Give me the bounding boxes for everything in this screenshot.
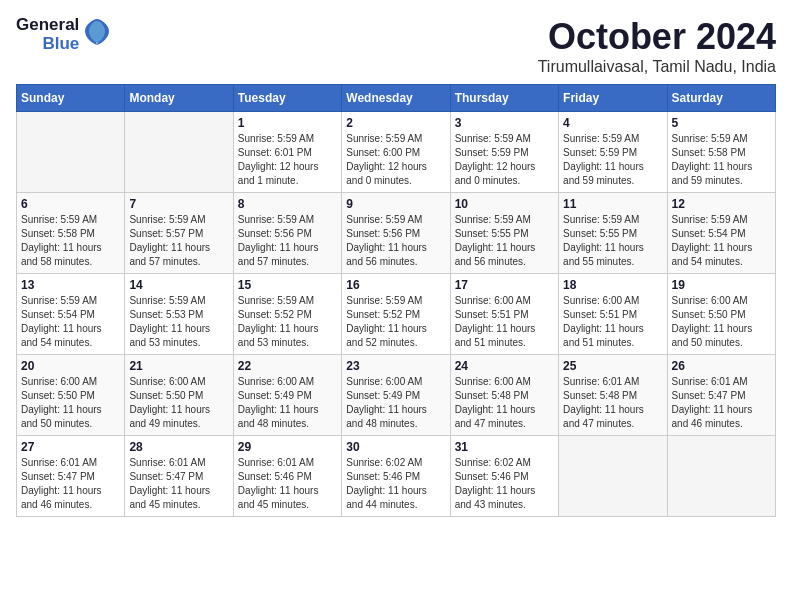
calendar-header-row: SundayMondayTuesdayWednesdayThursdayFrid… [17, 85, 776, 112]
header: General Blue October 2024 Tirumullaivasa… [16, 16, 776, 76]
calendar-week-row: 6Sunrise: 5:59 AM Sunset: 5:58 PM Daylig… [17, 193, 776, 274]
day-number: 29 [238, 440, 337, 454]
calendar-cell: 4Sunrise: 5:59 AM Sunset: 5:59 PM Daylig… [559, 112, 667, 193]
calendar-cell: 16Sunrise: 5:59 AM Sunset: 5:52 PM Dayli… [342, 274, 450, 355]
day-info: Sunrise: 5:59 AM Sunset: 5:58 PM Dayligh… [21, 213, 120, 269]
day-number: 14 [129, 278, 228, 292]
day-info: Sunrise: 5:59 AM Sunset: 6:01 PM Dayligh… [238, 132, 337, 188]
day-number: 7 [129, 197, 228, 211]
calendar-week-row: 27Sunrise: 6:01 AM Sunset: 5:47 PM Dayli… [17, 436, 776, 517]
calendar-cell: 31Sunrise: 6:02 AM Sunset: 5:46 PM Dayli… [450, 436, 558, 517]
day-number: 31 [455, 440, 554, 454]
day-info: Sunrise: 6:02 AM Sunset: 5:46 PM Dayligh… [455, 456, 554, 512]
day-info: Sunrise: 6:00 AM Sunset: 5:51 PM Dayligh… [563, 294, 662, 350]
calendar-cell: 15Sunrise: 5:59 AM Sunset: 5:52 PM Dayli… [233, 274, 341, 355]
calendar-cell: 26Sunrise: 6:01 AM Sunset: 5:47 PM Dayli… [667, 355, 775, 436]
day-info: Sunrise: 6:01 AM Sunset: 5:47 PM Dayligh… [672, 375, 771, 431]
calendar-cell: 17Sunrise: 6:00 AM Sunset: 5:51 PM Dayli… [450, 274, 558, 355]
day-number: 1 [238, 116, 337, 130]
day-info: Sunrise: 6:00 AM Sunset: 5:50 PM Dayligh… [129, 375, 228, 431]
day-info: Sunrise: 6:00 AM Sunset: 5:51 PM Dayligh… [455, 294, 554, 350]
calendar-cell: 7Sunrise: 5:59 AM Sunset: 5:57 PM Daylig… [125, 193, 233, 274]
column-header-friday: Friday [559, 85, 667, 112]
day-number: 4 [563, 116, 662, 130]
column-header-sunday: Sunday [17, 85, 125, 112]
calendar-cell: 11Sunrise: 5:59 AM Sunset: 5:55 PM Dayli… [559, 193, 667, 274]
day-number: 25 [563, 359, 662, 373]
calendar-cell: 10Sunrise: 5:59 AM Sunset: 5:55 PM Dayli… [450, 193, 558, 274]
calendar-cell [125, 112, 233, 193]
day-number: 23 [346, 359, 445, 373]
day-info: Sunrise: 5:59 AM Sunset: 5:58 PM Dayligh… [672, 132, 771, 188]
day-number: 10 [455, 197, 554, 211]
calendar-cell: 1Sunrise: 5:59 AM Sunset: 6:01 PM Daylig… [233, 112, 341, 193]
column-header-tuesday: Tuesday [233, 85, 341, 112]
day-info: Sunrise: 5:59 AM Sunset: 5:53 PM Dayligh… [129, 294, 228, 350]
calendar-week-row: 1Sunrise: 5:59 AM Sunset: 6:01 PM Daylig… [17, 112, 776, 193]
calendar-cell: 25Sunrise: 6:01 AM Sunset: 5:48 PM Dayli… [559, 355, 667, 436]
day-info: Sunrise: 6:00 AM Sunset: 5:50 PM Dayligh… [672, 294, 771, 350]
calendar-week-row: 20Sunrise: 6:00 AM Sunset: 5:50 PM Dayli… [17, 355, 776, 436]
day-number: 3 [455, 116, 554, 130]
day-info: Sunrise: 5:59 AM Sunset: 5:56 PM Dayligh… [238, 213, 337, 269]
logo: General Blue [16, 16, 111, 53]
day-number: 22 [238, 359, 337, 373]
day-info: Sunrise: 6:00 AM Sunset: 5:50 PM Dayligh… [21, 375, 120, 431]
day-number: 28 [129, 440, 228, 454]
calendar-cell [667, 436, 775, 517]
calendar-cell: 18Sunrise: 6:00 AM Sunset: 5:51 PM Dayli… [559, 274, 667, 355]
day-number: 26 [672, 359, 771, 373]
calendar-cell: 21Sunrise: 6:00 AM Sunset: 5:50 PM Dayli… [125, 355, 233, 436]
day-number: 16 [346, 278, 445, 292]
calendar-cell: 12Sunrise: 5:59 AM Sunset: 5:54 PM Dayli… [667, 193, 775, 274]
calendar-cell: 8Sunrise: 5:59 AM Sunset: 5:56 PM Daylig… [233, 193, 341, 274]
day-number: 15 [238, 278, 337, 292]
calendar-cell: 5Sunrise: 5:59 AM Sunset: 5:58 PM Daylig… [667, 112, 775, 193]
column-header-saturday: Saturday [667, 85, 775, 112]
logo-bird-icon [83, 17, 111, 53]
location-subtitle: Tirumullaivasal, Tamil Nadu, India [538, 58, 776, 76]
day-info: Sunrise: 6:01 AM Sunset: 5:46 PM Dayligh… [238, 456, 337, 512]
day-info: Sunrise: 6:00 AM Sunset: 5:48 PM Dayligh… [455, 375, 554, 431]
day-info: Sunrise: 5:59 AM Sunset: 5:52 PM Dayligh… [238, 294, 337, 350]
day-info: Sunrise: 5:59 AM Sunset: 6:00 PM Dayligh… [346, 132, 445, 188]
month-title: October 2024 [538, 16, 776, 58]
calendar-cell: 24Sunrise: 6:00 AM Sunset: 5:48 PM Dayli… [450, 355, 558, 436]
calendar-cell: 22Sunrise: 6:00 AM Sunset: 5:49 PM Dayli… [233, 355, 341, 436]
day-number: 20 [21, 359, 120, 373]
day-info: Sunrise: 5:59 AM Sunset: 5:54 PM Dayligh… [21, 294, 120, 350]
day-number: 17 [455, 278, 554, 292]
column-header-monday: Monday [125, 85, 233, 112]
day-number: 5 [672, 116, 771, 130]
day-number: 6 [21, 197, 120, 211]
calendar-cell: 3Sunrise: 5:59 AM Sunset: 5:59 PM Daylig… [450, 112, 558, 193]
day-number: 9 [346, 197, 445, 211]
column-header-thursday: Thursday [450, 85, 558, 112]
day-info: Sunrise: 5:59 AM Sunset: 5:55 PM Dayligh… [563, 213, 662, 269]
day-number: 11 [563, 197, 662, 211]
day-info: Sunrise: 6:00 AM Sunset: 5:49 PM Dayligh… [238, 375, 337, 431]
calendar-body: 1Sunrise: 5:59 AM Sunset: 6:01 PM Daylig… [17, 112, 776, 517]
calendar-cell: 27Sunrise: 6:01 AM Sunset: 5:47 PM Dayli… [17, 436, 125, 517]
calendar-cell: 13Sunrise: 5:59 AM Sunset: 5:54 PM Dayli… [17, 274, 125, 355]
day-number: 18 [563, 278, 662, 292]
day-number: 24 [455, 359, 554, 373]
calendar-cell: 23Sunrise: 6:00 AM Sunset: 5:49 PM Dayli… [342, 355, 450, 436]
calendar-cell: 2Sunrise: 5:59 AM Sunset: 6:00 PM Daylig… [342, 112, 450, 193]
day-number: 21 [129, 359, 228, 373]
day-info: Sunrise: 5:59 AM Sunset: 5:56 PM Dayligh… [346, 213, 445, 269]
day-info: Sunrise: 6:01 AM Sunset: 5:47 PM Dayligh… [21, 456, 120, 512]
calendar-cell [17, 112, 125, 193]
calendar-cell: 30Sunrise: 6:02 AM Sunset: 5:46 PM Dayli… [342, 436, 450, 517]
calendar-table: SundayMondayTuesdayWednesdayThursdayFrid… [16, 84, 776, 517]
calendar-cell: 14Sunrise: 5:59 AM Sunset: 5:53 PM Dayli… [125, 274, 233, 355]
day-info: Sunrise: 5:59 AM Sunset: 5:57 PM Dayligh… [129, 213, 228, 269]
day-info: Sunrise: 5:59 AM Sunset: 5:54 PM Dayligh… [672, 213, 771, 269]
day-info: Sunrise: 6:01 AM Sunset: 5:47 PM Dayligh… [129, 456, 228, 512]
day-number: 13 [21, 278, 120, 292]
day-info: Sunrise: 5:59 AM Sunset: 5:59 PM Dayligh… [455, 132, 554, 188]
calendar-cell: 29Sunrise: 6:01 AM Sunset: 5:46 PM Dayli… [233, 436, 341, 517]
day-number: 12 [672, 197, 771, 211]
day-number: 19 [672, 278, 771, 292]
day-info: Sunrise: 5:59 AM Sunset: 5:55 PM Dayligh… [455, 213, 554, 269]
